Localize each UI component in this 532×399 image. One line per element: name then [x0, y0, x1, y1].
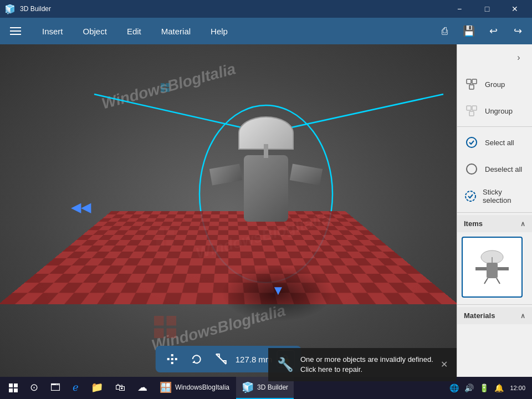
hamburger-line-1 — [10, 27, 21, 28]
hamburger-line-2 — [10, 30, 21, 32]
toolbar-right: ⎙ 💾 ↩ ↪ — [434, 21, 528, 41]
menu-insert[interactable]: Insert — [33, 22, 72, 40]
group-button[interactable]: Group — [457, 71, 532, 98]
sticky-selection-button[interactable]: Sticky selection — [457, 182, 532, 210]
menu-edit[interactable]: Edit — [118, 22, 150, 40]
select-all-label: Select all — [485, 139, 514, 147]
windows-logo-icon — [9, 383, 18, 392]
svg-point-16 — [467, 164, 477, 174]
satellite-body — [244, 155, 288, 222]
folder-icon: 📁 — [91, 381, 103, 393]
taskbar-edge[interactable]: ℯ — [67, 377, 84, 399]
undo-button[interactable]: ↩ — [483, 21, 503, 41]
3dbuilder-icon: 🧊 — [242, 381, 254, 393]
svg-rect-22 — [498, 267, 509, 270]
store-icon: 🛍 — [115, 382, 125, 393]
taskbar-onedrive[interactable]: ☁ — [132, 377, 153, 399]
rotate-icon — [191, 353, 203, 365]
items-label: Items — [464, 219, 483, 228]
svg-rect-20 — [487, 263, 498, 278]
taskbar-task-view[interactable]: 🗔 — [45, 377, 66, 399]
satellite-object[interactable] — [211, 111, 321, 266]
svg-line-8 — [216, 354, 226, 364]
taskbar-clock: 12:00 — [508, 385, 525, 391]
win-logo-watermark-1 — [161, 83, 170, 92]
svg-rect-7 — [171, 358, 173, 360]
items-section-header[interactable]: Items ∧ — [457, 215, 532, 232]
edge-icon: ℯ — [73, 381, 79, 393]
screenshot-button[interactable]: ⎙ — [434, 21, 454, 41]
menu-material[interactable]: Material — [152, 22, 200, 40]
satellite-panel-right — [290, 163, 323, 185]
menu-help[interactable]: Help — [202, 22, 237, 40]
ungroup-icon — [464, 103, 479, 119]
svg-rect-5 — [167, 358, 170, 360]
battery-icon[interactable]: 🔋 — [478, 383, 490, 392]
taskbar-system-tray: 🌐 🔊 🔋 🔔 12:00 — [448, 383, 530, 392]
back-arrow: ◀◀ — [71, 200, 91, 215]
taskbar-explorer[interactable]: 📁 — [85, 377, 109, 399]
deselect-all-button[interactable]: Deselect all — [457, 156, 532, 182]
svg-point-15 — [467, 137, 477, 147]
windowsblogitalia-icon: 🪟 — [160, 381, 172, 393]
svg-rect-4 — [171, 362, 173, 364]
deselect-all-icon — [464, 161, 479, 177]
group-icon — [464, 76, 479, 92]
notification-text: One or more objects are invalidly define… — [300, 355, 434, 375]
minimize-button[interactable]: − — [447, 0, 472, 18]
rotate-tool-button[interactable] — [187, 349, 207, 369]
taskbar-windowsblogitalia[interactable]: 🪟 WindowsBlogItalia — [154, 377, 235, 399]
notification-close-button[interactable]: ✕ — [441, 359, 448, 370]
svg-rect-11 — [469, 85, 474, 89]
close-button[interactable]: ✕ — [502, 0, 528, 18]
materials-section-header[interactable]: Materials ∧ — [457, 307, 532, 324]
panel-collapse-arrow[interactable]: › — [508, 47, 530, 69]
scale-tool-button[interactable] — [211, 349, 231, 369]
item-thumbnail[interactable] — [462, 237, 523, 298]
menu-object[interactable]: Object — [74, 22, 116, 40]
svg-rect-14 — [469, 111, 474, 116]
taskbar-3dbuilder-label: 3D Builder — [257, 383, 288, 391]
onedrive-icon: ☁ — [137, 381, 147, 393]
ungroup-label: Ungroup — [485, 107, 513, 115]
wrench-icon: 🔧 — [277, 357, 294, 372]
svg-line-23 — [484, 278, 488, 284]
redo-button[interactable]: ↪ — [508, 21, 528, 41]
items-grid — [457, 232, 532, 302]
speaker-icon[interactable]: 🔊 — [463, 383, 475, 392]
materials-label: Materials — [464, 311, 495, 320]
taskbar-store[interactable]: 🛍 — [110, 377, 131, 399]
start-button[interactable] — [2, 377, 24, 399]
viewport[interactable]: WindowsBlogItalia WindowsBlogItalia Wind… — [0, 44, 457, 381]
select-all-button[interactable]: Select all — [457, 129, 532, 156]
measure-display: 127.8 mm — [236, 355, 273, 364]
title-bar-left: 🧊 3D Builder — [4, 4, 51, 14]
move-icon — [166, 353, 178, 365]
scale-icon — [215, 353, 227, 365]
maximize-button[interactable]: □ — [474, 0, 500, 18]
app-title: 3D Builder — [20, 5, 51, 13]
app-icon: 🧊 — [4, 4, 16, 14]
hamburger-line-3 — [10, 34, 21, 35]
task-view-icon: 🗔 — [50, 382, 60, 393]
network-icon[interactable]: 🌐 — [448, 383, 461, 392]
svg-rect-9 — [467, 79, 471, 84]
ungroup-button[interactable]: Ungroup — [457, 98, 532, 124]
notification-tray-icon[interactable]: 🔔 — [493, 383, 505, 392]
svg-rect-6 — [175, 358, 177, 360]
save-button[interactable]: 💾 — [459, 21, 479, 41]
taskbar-search[interactable]: ⊙ — [24, 377, 44, 399]
select-all-icon — [464, 135, 479, 150]
move-tool-button[interactable] — [162, 349, 182, 369]
panel-divider-3 — [457, 304, 532, 305]
notification-banner[interactable]: 🔧 One or more objects are invalidly defi… — [268, 348, 457, 381]
measure-value: 127.8 — [236, 355, 257, 364]
sticky-selection-icon — [464, 188, 477, 204]
items-chevron-icon: ∧ — [520, 220, 525, 228]
svg-rect-13 — [472, 106, 477, 110]
svg-rect-12 — [467, 106, 471, 110]
down-arrow: ▼ — [272, 283, 285, 298]
group-label: Group — [485, 80, 505, 89]
svg-point-17 — [466, 191, 475, 201]
hamburger-menu[interactable] — [4, 20, 27, 42]
